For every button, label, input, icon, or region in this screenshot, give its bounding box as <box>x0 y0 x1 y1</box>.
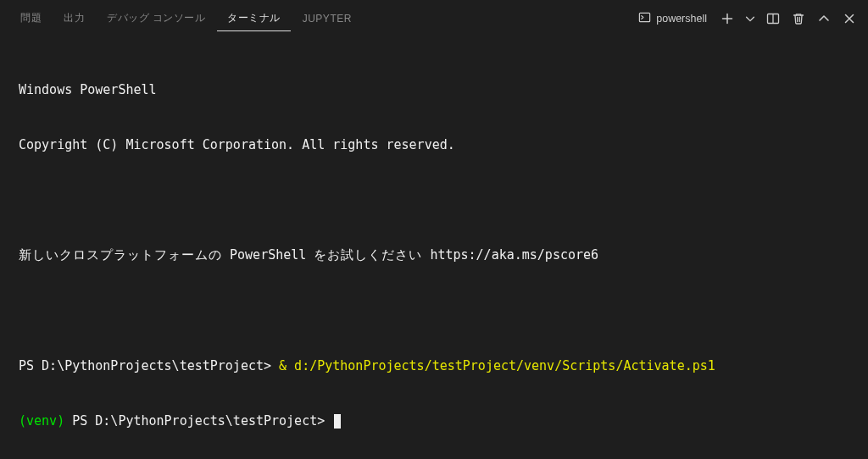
prompt-path: PS D:\PythonProjects\testProject> <box>19 358 279 373</box>
shell-name-label: powershell <box>656 13 707 25</box>
close-panel-button[interactable] <box>841 10 858 27</box>
terminal-blank-line <box>19 191 849 210</box>
text-segment: PowerShell <box>222 247 314 263</box>
tab-terminal[interactable]: ターミナル <box>217 6 291 31</box>
terminal-cursor <box>334 414 341 429</box>
text-segment: 新しいクロスプラットフォームの <box>19 247 222 263</box>
venv-indicator: (venv) <box>19 413 64 429</box>
terminal-blank-line <box>19 302 849 321</box>
tab-jupyter[interactable]: JUPYTER <box>292 8 362 30</box>
tab-output[interactable]: 出力 <box>53 6 95 31</box>
terminal-line: PS D:\PythonProjects\testProject> & d:/P… <box>19 357 849 376</box>
svg-rect-0 <box>640 13 650 21</box>
prompt-path: PS D:\PythonProjects\testProject> <box>64 413 332 429</box>
maximize-panel-button[interactable] <box>815 10 832 27</box>
terminal-line: 新しいクロスプラットフォームの PowerShell をお試しください http… <box>19 246 849 265</box>
shell-icon <box>638 11 651 26</box>
new-terminal-button[interactable] <box>719 10 736 27</box>
text-segment: をお試しください <box>314 247 422 263</box>
terminal-body[interactable]: Windows PowerShell Copyright (C) Microso… <box>0 32 868 459</box>
terminal-line: Copyright (C) Microsoft Corporation. All… <box>19 136 849 155</box>
text-segment: https://aka.ms/pscore6 <box>422 247 598 263</box>
panel-header: 問題 出力 デバッグ コンソール ターミナル JUPYTER powershel… <box>0 0 868 32</box>
tab-debug-console[interactable]: デバッグ コンソール <box>97 7 215 30</box>
split-terminal-button[interactable] <box>765 10 782 27</box>
panel-tabs: 問題 出力 デバッグ コンソール ターミナル JUPYTER <box>10 6 362 31</box>
command-amp: & <box>279 358 294 373</box>
terminal-line: (venv) PS D:\PythonProjects\testProject> <box>19 412 849 431</box>
terminal-line: Windows PowerShell <box>19 81 849 100</box>
tab-problems[interactable]: 問題 <box>10 6 52 31</box>
command-text: d:/PythonProjects/testProject/venv/Scrip… <box>294 358 715 373</box>
kill-terminal-button[interactable] <box>790 10 807 27</box>
terminal-profile-badge[interactable]: powershell <box>635 9 710 28</box>
terminal-toolbar: powershell <box>635 9 858 28</box>
terminal-launch-profile-dropdown[interactable] <box>744 10 756 27</box>
